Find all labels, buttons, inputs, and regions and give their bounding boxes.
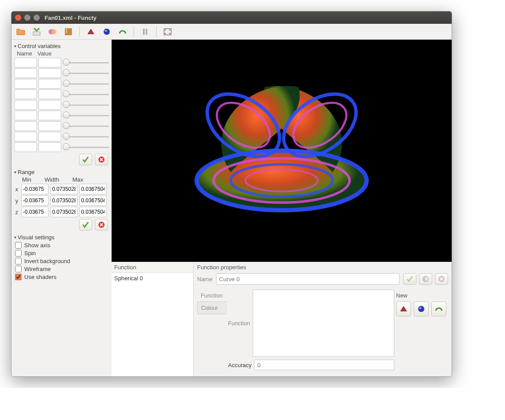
range-max-input[interactable] (79, 195, 107, 206)
open-file-button[interactable] (14, 26, 27, 38)
apply-range-button[interactable] (79, 219, 92, 230)
cv-name-input[interactable] (14, 58, 37, 67)
cv-slider[interactable] (63, 132, 109, 141)
svg-rect-5 (66, 31, 67, 33)
titlebar[interactable]: Fan01.xml - Functy (11, 11, 452, 24)
cv-name-input[interactable] (14, 142, 37, 152)
wireframe-checkbox[interactable] (15, 266, 22, 272)
export-3d-button[interactable] (46, 26, 59, 38)
show-axis-checkbox[interactable] (15, 242, 22, 249)
tab-colour[interactable]: Colour (197, 301, 227, 314)
control-variables-header[interactable]: Control variables (14, 43, 109, 49)
range-width-input[interactable] (50, 184, 78, 194)
bottom-panel: Function Spherical 0 Function properties… (112, 262, 452, 376)
apply-function-button[interactable] (403, 273, 416, 285)
add-curve-button[interactable] (116, 26, 129, 38)
sidebar: Control variables Name Value Range Min W… (11, 40, 112, 376)
range-width-label: Width (45, 176, 59, 183)
range-max-input[interactable] (79, 207, 107, 217)
function-formula-input[interactable] (253, 290, 394, 357)
cv-slider[interactable] (63, 69, 109, 78)
apply-variables-button[interactable] (79, 154, 92, 165)
cv-slider[interactable] (63, 143, 109, 152)
use-shaders-label: Use shaders (24, 274, 56, 280)
cancel-variables-button[interactable] (95, 154, 108, 165)
svg-point-8 (105, 30, 107, 32)
cv-name-input[interactable] (14, 89, 37, 99)
svg-marker-6 (88, 29, 94, 34)
revert-function-button[interactable] (419, 273, 432, 285)
range-axis-label: x (14, 186, 19, 193)
cv-value-input[interactable] (38, 89, 61, 99)
cv-value-input[interactable] (38, 142, 61, 152)
range-min-input[interactable] (21, 184, 49, 194)
cv-slider[interactable] (63, 79, 109, 88)
cv-name-input[interactable] (14, 132, 37, 141)
svg-point-29 (418, 306, 424, 312)
cv-value-label: Value (37, 50, 52, 57)
save-file-button[interactable] (30, 26, 43, 38)
cv-value-input[interactable] (38, 68, 61, 78)
invert-bg-label: Invert background (24, 258, 70, 264)
spin-checkbox[interactable] (15, 250, 22, 256)
range-axis-label: y (14, 197, 19, 204)
cv-name-input[interactable] (14, 68, 37, 78)
export-animation-button[interactable] (62, 26, 75, 38)
range-width-input[interactable] (50, 195, 78, 206)
use-shaders-checkbox[interactable] (15, 274, 22, 280)
new-curve-button[interactable] (431, 301, 446, 316)
cv-name-input[interactable] (14, 79, 37, 89)
cv-name-input[interactable] (14, 121, 37, 131)
tab-function[interactable]: Function (197, 290, 227, 301)
cv-value-input[interactable] (38, 132, 61, 141)
cancel-range-button[interactable] (95, 219, 108, 230)
cv-slider[interactable] (63, 58, 109, 67)
cv-slider[interactable] (63, 111, 109, 120)
minimize-icon[interactable] (24, 15, 30, 21)
toolbar-separator-3 (156, 26, 157, 37)
function-list-header[interactable]: Function (112, 262, 193, 273)
close-icon[interactable] (15, 15, 21, 21)
cv-name-input[interactable] (14, 100, 37, 110)
fp-name-label: Name (197, 276, 213, 282)
cv-value-input[interactable] (38, 100, 61, 110)
cv-slider[interactable] (63, 90, 109, 99)
range-width-input[interactable] (50, 207, 78, 217)
invert-background-checkbox[interactable] (15, 258, 22, 264)
range-min-input[interactable] (21, 195, 49, 206)
new-function-panel: New (396, 292, 448, 316)
function-list-item[interactable]: Spherical 0 (112, 273, 193, 284)
visual-settings-header[interactable]: Visual settings (14, 234, 109, 241)
fullscreen-button[interactable] (161, 26, 174, 38)
range-header[interactable]: Range (14, 169, 109, 175)
svg-point-13 (169, 29, 171, 30)
range-min-input[interactable] (21, 207, 49, 217)
cv-name-input[interactable] (14, 111, 37, 120)
pause-button[interactable] (138, 26, 152, 38)
cv-value-input[interactable] (38, 111, 61, 120)
cv-value-input[interactable] (38, 121, 61, 131)
function-properties-title: Function properties (197, 264, 448, 271)
svg-point-2 (51, 29, 56, 34)
svg-point-15 (169, 33, 171, 34)
cv-value-input[interactable] (38, 79, 61, 89)
toolbar-separator (79, 26, 80, 37)
app-window: Fan01.xml - Functy (11, 11, 452, 377)
cv-value-input[interactable] (38, 58, 61, 67)
add-spherical-button[interactable] (100, 26, 113, 38)
add-cartesian-button[interactable] (84, 26, 97, 38)
new-spherical-button[interactable] (414, 301, 429, 316)
accuracy-label: Accuracy (228, 362, 251, 368)
main-area: Function Spherical 0 Function properties… (112, 40, 452, 376)
svg-rect-0 (33, 32, 40, 35)
maximize-icon[interactable] (34, 15, 40, 21)
delete-function-button[interactable] (435, 273, 448, 285)
function-name-input[interactable] (216, 273, 400, 285)
svg-rect-4 (66, 29, 67, 30)
new-cartesian-button[interactable] (396, 301, 411, 316)
cv-slider[interactable] (63, 122, 109, 130)
accuracy-input[interactable] (254, 360, 394, 370)
range-max-input[interactable] (79, 184, 107, 194)
cv-slider[interactable] (63, 100, 109, 109)
3d-viewport[interactable] (112, 40, 452, 262)
